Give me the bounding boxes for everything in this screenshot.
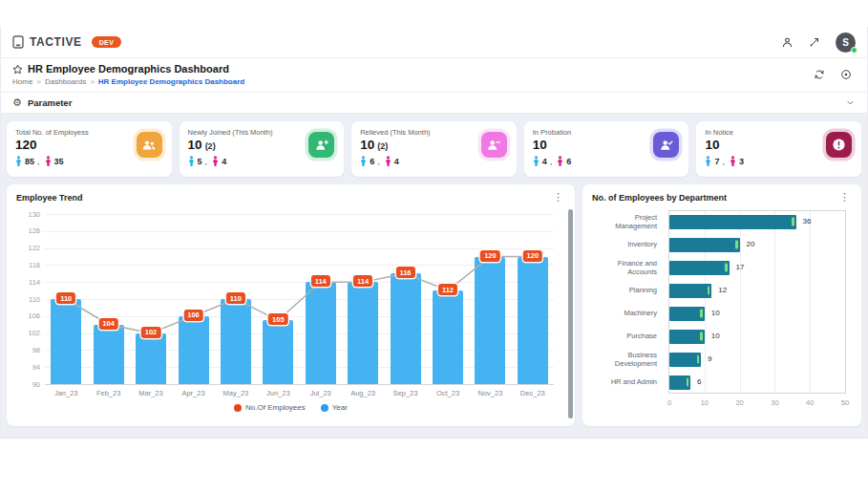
bar-cap — [700, 310, 703, 318]
male-icon — [360, 156, 367, 167]
kpi-card-1[interactable]: Newly Joined (This Month) 10 (2) 5, 4 — [180, 121, 345, 177]
x-axis-label: Jan_23 — [54, 389, 78, 397]
legend-item-employees[interactable]: No.Of Employees — [234, 403, 306, 412]
kpi-gender-split: 6, 4 — [360, 156, 508, 167]
page-header-actions — [814, 63, 856, 80]
data-label: 110 — [226, 292, 245, 304]
data-label: 114 — [353, 275, 372, 287]
bar-cap — [687, 378, 689, 387]
male-count: 5 — [198, 157, 202, 166]
dept-label: Planning — [592, 279, 661, 302]
bar-cap — [708, 287, 710, 295]
x-axis-label: May_23 — [223, 389, 249, 397]
x-axis-label: Oct_23 — [436, 389, 459, 397]
male-icon — [705, 156, 711, 167]
breadcrumb-dashboards[interactable]: Dashboards — [45, 77, 86, 86]
alert-icon — [826, 132, 852, 158]
env-badge: DEV — [92, 36, 122, 48]
x-gridline — [740, 211, 741, 393]
data-label: 110 — [56, 292, 75, 304]
breadcrumb-home[interactable]: Home — [12, 77, 32, 86]
x-gridline — [810, 211, 811, 393]
page-header: HR Employee Demographics Dashboard Home>… — [1, 58, 867, 93]
x-axis-label: 0 — [667, 398, 671, 407]
charts-row: Employee Trend ⋮ 13012612211811411010610… — [7, 184, 861, 426]
app-window: TACTIVE DEV S HR Employee Demographics D… — [0, 27, 868, 439]
dept-bar-0[interactable] — [669, 215, 796, 229]
dept-bar-2[interactable] — [669, 261, 730, 275]
brand-name: TACTIVE — [30, 35, 82, 49]
kpi-card-4[interactable]: In Notice 10 7, 3 — [696, 121, 861, 177]
dept-bar-1[interactable] — [669, 238, 740, 252]
parameter-section-header[interactable]: ⚙ Parameter — [1, 93, 867, 114]
parameter-label: Parameter — [28, 97, 72, 108]
female-count: 3 — [739, 157, 744, 166]
kpi-value: 10 — [533, 138, 547, 152]
bar-cap — [792, 218, 794, 226]
kpi-value: 10 — [188, 138, 202, 152]
kpi-gender-split: 7, 3 — [705, 156, 853, 167]
employee-trend-chart: 130126122118114110106102989490110Jan_231… — [16, 206, 565, 401]
data-label: 112 — [438, 284, 457, 295]
female-icon — [212, 156, 219, 167]
dept-bar-6[interactable] — [669, 353, 701, 367]
avatar[interactable]: S — [836, 32, 856, 53]
legend-label: Year — [332, 403, 348, 412]
refresh-icon[interactable] — [814, 69, 825, 80]
kebab-menu-icon[interactable]: ⋮ — [837, 192, 852, 203]
kpi-subvalue: (2) — [205, 141, 216, 151]
dept-label: Purchase — [592, 325, 661, 348]
legend-label: No.Of Employees — [245, 403, 306, 412]
dept-value: 10 — [711, 332, 720, 340]
favorite-star-icon[interactable] — [12, 64, 23, 75]
female-icon — [730, 156, 736, 167]
kpi-card-0[interactable]: Total No. of Employess 120 85, 35 — [7, 121, 172, 177]
dept-label: Machinery — [592, 302, 661, 325]
kebab-menu-icon[interactable]: ⋮ — [551, 192, 565, 203]
employees-by-department-card: No. of Employees by Department ⋮ Project… — [582, 184, 861, 426]
kpi-gender-split: 85, 35 — [15, 156, 163, 167]
dept-bar-7[interactable] — [669, 375, 690, 390]
x-axis-label: Feb_23 — [96, 389, 120, 397]
user-check-icon — [653, 132, 679, 158]
top-navigation-bar: TACTIVE DEV S — [1, 27, 867, 58]
kpi-card-3[interactable]: In Probation 10 4, 6 — [524, 121, 689, 177]
x-axis-label: Dec_23 — [520, 389, 545, 397]
breadcrumb-separator: > — [36, 77, 41, 86]
breadcrumb-current[interactable]: HR Employee Demographics Dashboard — [98, 77, 244, 86]
x-axis-label: Jul_23 — [310, 389, 331, 397]
legend-item-year[interactable]: Year — [321, 403, 348, 412]
employees-by-department-chart: Project Management36Inventory20Finance a… — [592, 210, 852, 411]
data-label: 120 — [523, 250, 543, 262]
dept-value: 9 — [708, 354, 711, 363]
x-axis-label: Nov_23 — [477, 389, 502, 397]
chart-title: No. of Employees by Department — [592, 193, 727, 203]
x-axis-label: 30 — [771, 398, 778, 407]
avatar-initial: S — [842, 37, 849, 48]
kpi-row: Total No. of Employess 120 85, 35 Newly … — [7, 121, 861, 177]
female-count: 4 — [222, 157, 226, 166]
target-icon[interactable] — [840, 69, 852, 80]
kpi-card-2[interactable]: Relieved (This Month) 10 (2) 6, 4 — [351, 121, 517, 177]
x-axis-label: 10 — [701, 398, 709, 407]
x-axis-label: 40 — [806, 398, 814, 407]
dept-label: Business Development — [592, 348, 661, 371]
chevron-down-icon[interactable] — [845, 97, 856, 108]
x-axis-label: Apr_23 — [181, 389, 204, 397]
online-status-dot — [851, 47, 857, 54]
data-label: 102 — [141, 327, 161, 338]
vertical-scrollbar[interactable] — [568, 209, 573, 418]
x-axis-label: Jun_23 — [266, 389, 290, 397]
dept-label: HR and Admin — [592, 371, 661, 394]
dept-bar-5[interactable] — [669, 330, 705, 344]
x-gridline — [774, 211, 775, 393]
female-icon — [557, 156, 563, 167]
dept-bar-3[interactable] — [669, 284, 711, 298]
dept-value: 20 — [747, 240, 755, 248]
user-icon[interactable] — [781, 36, 794, 49]
expand-icon[interactable] — [809, 36, 820, 48]
kpi-value: 120 — [15, 138, 37, 152]
kpi-value: 10 — [360, 138, 374, 152]
dept-bar-4[interactable] — [669, 307, 705, 321]
data-label: 116 — [395, 267, 414, 278]
